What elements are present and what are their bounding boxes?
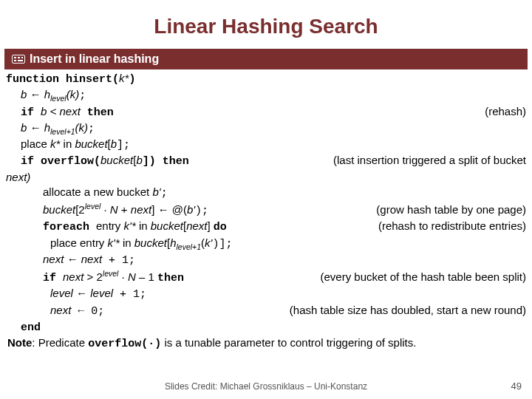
code-line: end xyxy=(6,319,526,335)
section-header-text: Insert in linear hashing xyxy=(30,52,159,66)
code-line: if overflow(bucket[b]) then (last insert… xyxy=(6,153,526,169)
code-comment: (hash table size has doubled, start a ne… xyxy=(290,303,526,318)
code-line: function hinsert(k*) xyxy=(6,71,526,87)
code-comment: (rehash) xyxy=(485,104,526,119)
code-line: place entry k'* in bucket[hlevel+1(k')]; xyxy=(6,236,526,252)
page-number: 49 xyxy=(511,381,522,392)
keyboard-icon xyxy=(12,55,25,64)
section-header: Insert in linear hashing xyxy=(4,49,528,69)
code-line: next ← 0; (hash table size has doubled, … xyxy=(6,303,526,319)
code-comment: (grow hash table by one page) xyxy=(376,202,526,217)
code-comment: (last insertion triggered a split of buc… xyxy=(333,153,526,168)
code-line: next) xyxy=(6,170,526,185)
code-line: next ← next + 1; xyxy=(6,252,526,268)
note-text: Note: Predicate overflow(·) is a tunable… xyxy=(7,335,525,352)
code-line: place k* in bucket[b]; xyxy=(6,137,526,153)
slide-title: Linear Hashing Search xyxy=(0,0,532,49)
code-comment: (every bucket of the hash table been spl… xyxy=(321,270,527,284)
slide-credit: Slides Credit: Michael Grossniklaus – Un… xyxy=(0,381,532,392)
code-line: level ← level + 1; xyxy=(6,286,526,302)
code-line: allocate a new bucket b'; xyxy=(6,185,526,201)
code-line: b ← hlevel+1(k); xyxy=(6,120,526,137)
code-comment: (rehash to redistribute entries) xyxy=(378,219,526,233)
code-line: if b < next then (rehash) xyxy=(6,104,526,120)
code-line: if next > 2level · N – 1 then (every buc… xyxy=(6,268,526,286)
code-line: b ← hlevel(k); xyxy=(6,87,526,103)
code-line: foreach entry k'* in bucket[next] do (re… xyxy=(6,219,526,235)
code-block: function hinsert(k*) b ← hlevel(k); if b… xyxy=(6,71,526,335)
code-line: bucket[2level · N + next] ← @(b'); (grow… xyxy=(6,201,526,219)
